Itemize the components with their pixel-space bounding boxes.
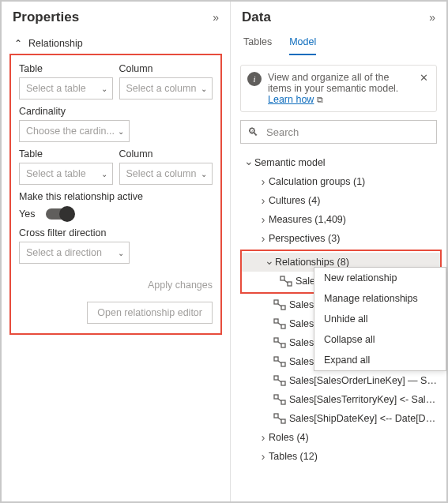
chevron-down-icon: [243, 156, 254, 169]
apply-changes-button[interactable]: Apply changes: [138, 275, 213, 295]
table1-label: Table: [19, 63, 113, 74]
cardinality-label: Cardinality: [19, 106, 213, 117]
chevron-down-icon: [264, 256, 275, 268]
active-toggle[interactable]: [46, 208, 73, 220]
relationship-section-toggle[interactable]: ⌃ Relationship: [5, 33, 227, 54]
ctx-collapse-all[interactable]: Collapse all: [314, 329, 446, 350]
info-close-icon[interactable]: ✕: [418, 72, 430, 84]
chevron-down-icon: ⌄: [118, 249, 124, 257]
chevron-down-icon: ⌄: [101, 84, 107, 93]
tree-item[interactable]: Measures (1,409): [235, 210, 446, 229]
relationship-section-label: Relationship: [28, 38, 83, 49]
info-icon: i: [247, 72, 262, 86]
table2-label: Table: [19, 148, 113, 160]
table1-select[interactable]: Select a table ⌄: [19, 77, 113, 99]
table2-select[interactable]: Select a table ⌄: [19, 163, 113, 185]
chevron-right-icon: [258, 232, 269, 245]
cardinality-select[interactable]: Choose the cardin... ⌄: [19, 120, 130, 142]
chevron-down-icon: ⌄: [201, 170, 207, 178]
cross-filter-select[interactable]: Select a direction ⌄: [19, 242, 130, 264]
chevron-right-icon: [258, 194, 269, 207]
active-value: Yes: [19, 208, 35, 220]
info-bar: i View and organize all of the items in …: [240, 65, 437, 112]
chevron-right-icon: [258, 431, 269, 444]
chevron-down-icon: ⌄: [101, 170, 107, 178]
ctx-unhide-all[interactable]: Unhide all: [314, 309, 446, 329]
relationship-form-highlight: Table Select a table ⌄ Column Select a c…: [9, 54, 222, 335]
properties-panel: Properties » ⌃ Relationship Table Select…: [2, 2, 231, 501]
tree-root[interactable]: Semantic model: [235, 153, 446, 172]
relationships-context-menu: New relationship Manage relationships Un…: [314, 267, 446, 371]
relationship-item[interactable]: Sales[SalesTerritoryKey] <- Sales Te...: [235, 390, 446, 409]
tree-item[interactable]: Calculation groups (1): [235, 172, 446, 191]
ctx-expand-all[interactable]: Expand all: [314, 350, 446, 370]
relationship-icon: [273, 355, 286, 368]
relationship-icon: [273, 374, 286, 387]
data-title: Data: [242, 9, 271, 25]
external-link-icon: ⧉: [317, 95, 323, 104]
column2-select[interactable]: Select a column ⌄: [119, 163, 213, 185]
tree-item[interactable]: Perspectives (3): [235, 229, 446, 248]
open-relationship-editor-button[interactable]: Open relationship editor: [87, 302, 213, 324]
active-label: Make this relationship active: [19, 191, 213, 202]
data-tabs: Tables Model: [231, 30, 446, 55]
collapse-properties-icon[interactable]: »: [213, 11, 219, 24]
relationship-item[interactable]: Sales[ShipDateKey] <-- Date[DateKey]: [235, 409, 446, 428]
chevron-up-icon: ⌃: [14, 38, 22, 49]
chevron-right-icon: [258, 213, 269, 226]
relationship-icon: [273, 336, 286, 349]
tree-item[interactable]: Roles (4): [235, 428, 446, 447]
relationship-icon: [273, 298, 286, 311]
collapse-data-icon[interactable]: »: [429, 11, 435, 24]
tab-model[interactable]: Model: [289, 32, 316, 55]
tab-tables[interactable]: Tables: [243, 32, 272, 55]
relationship-icon: [280, 275, 292, 287]
search-icon: 🔍︎: [247, 126, 258, 138]
relationship-item[interactable]: Sales[SalesOrderLineKey] — Sales Or...: [235, 371, 446, 390]
column1-select[interactable]: Select a column ⌄: [119, 77, 213, 99]
chevron-down-icon: ⌄: [118, 127, 124, 136]
search-input[interactable]: 🔍︎: [240, 120, 437, 144]
search-field[interactable]: [265, 126, 430, 139]
relationship-icon: [273, 317, 286, 330]
relationship-icon: [273, 412, 286, 425]
info-text: View and organize all of the items in yo…: [268, 72, 412, 105]
column2-label: Column: [119, 148, 213, 160]
tree-item[interactable]: Tables (12): [235, 447, 446, 466]
tree-item[interactable]: Cultures (4): [235, 191, 446, 210]
column1-label: Column: [119, 63, 213, 74]
properties-title: Properties: [13, 9, 79, 25]
ctx-manage-relationships[interactable]: Manage relationships: [314, 288, 446, 309]
cross-filter-label: Cross filter direction: [19, 227, 213, 238]
chevron-right-icon: [258, 175, 269, 188]
data-panel: Data » Tables Model i View and organize …: [231, 2, 446, 501]
relationship-icon: [273, 393, 286, 406]
ctx-new-relationship[interactable]: New relationship: [314, 268, 446, 288]
chevron-down-icon: ⌄: [201, 84, 207, 93]
chevron-right-icon: [258, 450, 269, 463]
learn-how-link[interactable]: Learn how: [268, 94, 314, 105]
